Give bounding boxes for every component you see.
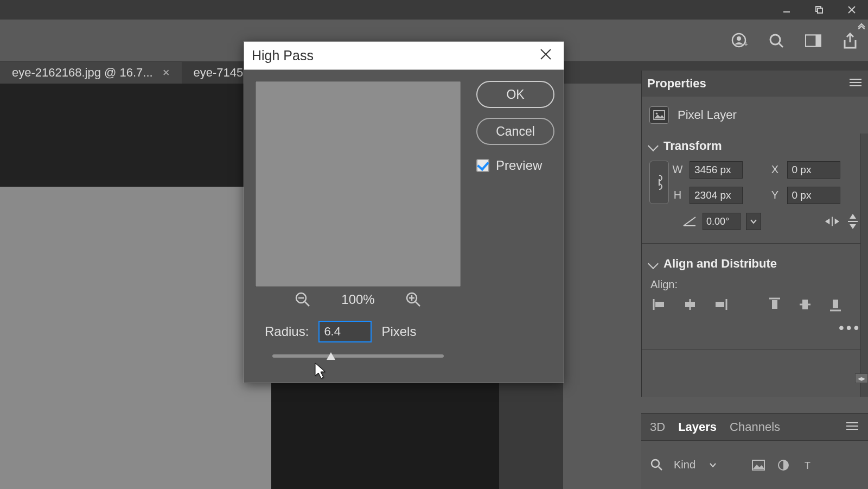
radius-unit: Pixels xyxy=(381,324,416,339)
filter-preview[interactable] xyxy=(255,81,461,287)
properties-header: Properties xyxy=(642,71,868,97)
svg-rect-44 xyxy=(833,300,838,308)
document-tab-label: eye-2162168.jpg @ 16.7... xyxy=(12,66,153,80)
filter-adjustment-icon[interactable] xyxy=(776,458,791,473)
svg-marker-28 xyxy=(835,218,839,224)
svg-rect-36 xyxy=(685,302,695,307)
radius-slider[interactable] xyxy=(272,354,444,358)
slider-thumb[interactable] xyxy=(327,352,335,360)
svg-line-49 xyxy=(659,467,662,470)
panel-menu-icon[interactable] xyxy=(850,78,863,89)
zoom-out-icon[interactable] xyxy=(295,291,311,308)
close-button[interactable] xyxy=(835,0,868,20)
x-label: X xyxy=(769,163,782,176)
dialog-titlebar: High Pass xyxy=(244,42,564,70)
chevron-down-icon xyxy=(648,258,659,269)
svg-line-21 xyxy=(416,302,420,306)
document-tab[interactable]: eye-2162168.jpg @ 16.7... × xyxy=(0,62,182,84)
align-right-icon[interactable] xyxy=(712,297,729,312)
layer-type-icon xyxy=(649,106,669,124)
ok-button-label: OK xyxy=(506,87,524,102)
height-input[interactable] xyxy=(690,187,743,204)
svg-text:+: + xyxy=(744,40,748,48)
canvas-region xyxy=(0,84,244,187)
preview-checkbox[interactable] xyxy=(476,159,489,172)
align-bottom-icon[interactable] xyxy=(827,297,844,312)
maximize-button[interactable] xyxy=(803,0,835,20)
flip-vertical-icon[interactable] xyxy=(845,214,860,229)
flip-horizontal-icon[interactable] xyxy=(825,214,840,229)
svg-point-26 xyxy=(656,113,658,115)
kind-filter-label[interactable]: Kind xyxy=(674,459,695,471)
svg-line-9 xyxy=(779,43,783,47)
tab-3d[interactable]: 3D xyxy=(650,420,665,434)
ok-button[interactable]: OK xyxy=(476,81,554,108)
align-vcenter-icon[interactable] xyxy=(797,297,813,312)
rotation-dropdown[interactable] xyxy=(746,213,761,230)
y-input[interactable] xyxy=(787,187,840,204)
more-options-icon[interactable]: ••• xyxy=(839,319,860,336)
svg-rect-40 xyxy=(772,300,777,309)
svg-rect-2 xyxy=(818,8,822,13)
transform-title: Transform xyxy=(663,139,722,153)
preview-checkbox-label: Preview xyxy=(496,158,542,173)
window-titlebar xyxy=(0,0,868,20)
layers-filter-bar: Kind T xyxy=(641,440,868,489)
close-tab-icon[interactable]: × xyxy=(163,66,170,80)
align-title: Align and Distribute xyxy=(663,257,777,271)
cancel-button[interactable]: Cancel xyxy=(476,118,554,145)
high-pass-dialog: High Pass 100% Radius: Pixels xyxy=(244,41,564,383)
zoom-level[interactable]: 100% xyxy=(341,292,374,307)
svg-rect-42 xyxy=(802,300,808,309)
align-left-icon[interactable] xyxy=(652,297,668,312)
zoom-in-icon[interactable] xyxy=(405,291,422,308)
expand-panels-icon[interactable] xyxy=(857,22,866,31)
minimize-button[interactable] xyxy=(770,0,803,20)
svg-rect-38 xyxy=(716,302,724,307)
canvas-region xyxy=(271,382,499,489)
filter-type-icon[interactable]: T xyxy=(801,458,816,473)
link-dimensions-button[interactable] xyxy=(649,161,669,204)
dialog-close-button[interactable] xyxy=(535,45,556,66)
svg-point-8 xyxy=(770,35,780,45)
svg-marker-30 xyxy=(850,214,856,219)
workspace-icon[interactable] xyxy=(805,33,821,49)
align-top-icon[interactable] xyxy=(767,297,783,312)
x-input[interactable] xyxy=(787,161,840,179)
align-hcenter-icon[interactable] xyxy=(682,297,698,312)
dialog-title: High Pass xyxy=(252,48,314,63)
radius-label: Radius: xyxy=(265,324,309,339)
panel-scrollbar[interactable] xyxy=(860,134,868,397)
y-label: Y xyxy=(769,189,782,201)
collapse-badge-icon[interactable]: ◂▸ xyxy=(855,373,868,383)
tab-channels[interactable]: Channels xyxy=(730,420,780,434)
layers-panel-tabs: 3D Layers Channels xyxy=(641,413,868,440)
cloud-user-icon[interactable]: + xyxy=(731,33,748,49)
filter-pixel-icon[interactable] xyxy=(751,458,766,473)
align-label: Align: xyxy=(650,278,859,291)
properties-title: Properties xyxy=(647,77,706,91)
cancel-button-label: Cancel xyxy=(496,124,535,139)
height-label: H xyxy=(671,189,684,201)
svg-rect-34 xyxy=(655,302,664,307)
align-section-header[interactable]: Align and Distribute xyxy=(649,257,860,271)
radius-input[interactable] xyxy=(318,321,372,342)
svg-marker-31 xyxy=(850,224,856,229)
panel-menu-icon[interactable] xyxy=(846,422,859,433)
tab-layers[interactable]: Layers xyxy=(678,420,717,434)
search-icon[interactable] xyxy=(768,33,784,49)
share-icon[interactable] xyxy=(842,33,858,49)
svg-rect-11 xyxy=(815,35,821,46)
properties-panel: Properties Pixel Layer Transform W X H Y xyxy=(641,71,868,397)
kind-dropdown-icon[interactable] xyxy=(705,458,720,473)
filter-search-icon[interactable] xyxy=(650,458,664,472)
width-input[interactable] xyxy=(690,161,743,179)
rotation-input[interactable] xyxy=(703,213,741,230)
chevron-down-icon xyxy=(648,141,659,151)
svg-marker-27 xyxy=(825,218,829,224)
layer-type-label: Pixel Layer xyxy=(678,108,737,122)
transform-section-header[interactable]: Transform xyxy=(649,139,860,153)
width-label: W xyxy=(671,163,684,176)
svg-text:T: T xyxy=(805,460,810,471)
svg-line-17 xyxy=(305,302,309,306)
